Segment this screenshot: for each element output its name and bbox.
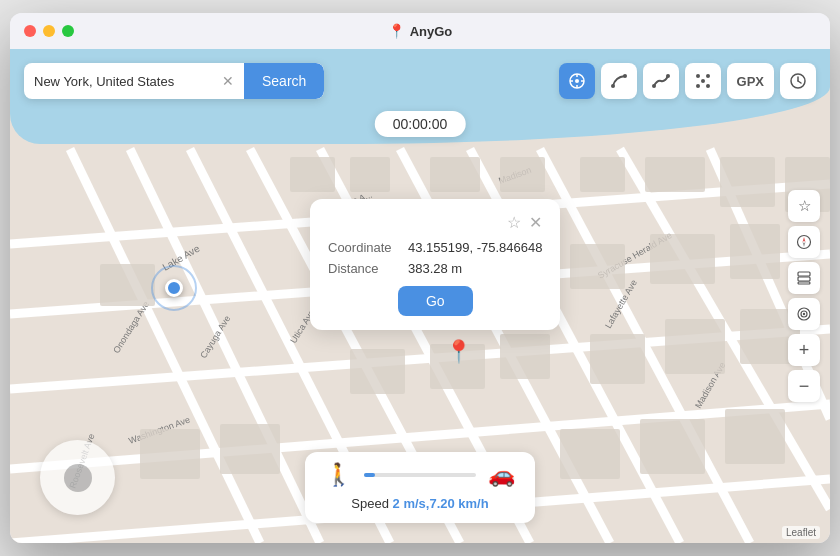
svg-point-60 — [696, 74, 700, 78]
svg-rect-29 — [500, 157, 545, 192]
search-input-text: New York, United States — [34, 74, 216, 89]
route1-icon — [610, 72, 628, 90]
svg-rect-71 — [798, 272, 810, 276]
multipoint-icon — [694, 72, 712, 90]
top-toolbar: New York, United States ✕ Search — [24, 63, 816, 99]
speed-slider-fill — [364, 473, 375, 477]
popup-star-icon[interactable]: ☆ — [507, 213, 521, 232]
speed-slider[interactable] — [364, 473, 476, 477]
svg-rect-39 — [350, 349, 405, 394]
svg-point-58 — [652, 84, 656, 88]
svg-marker-70 — [803, 242, 806, 247]
svg-rect-72 — [798, 277, 810, 281]
joystick[interactable] — [40, 440, 115, 515]
app-window: 📍 AnyGo Lake — [10, 13, 830, 543]
svg-rect-36 — [570, 244, 625, 289]
maximize-button[interactable] — [62, 25, 74, 37]
destination-pin: 📍 — [445, 339, 472, 365]
right-sidebar: ☆ — [788, 190, 820, 402]
marker-ring — [151, 265, 197, 311]
leaflet-label: Leaflet — [786, 527, 816, 538]
speed-value: 2 m/s,7.20 km/h — [393, 496, 489, 511]
map-container[interactable]: Lake Ave Onondaga Ave Cayuga Ave Utica A… — [10, 49, 830, 543]
clock-icon — [789, 72, 807, 90]
coordinate-label: Coordinate — [328, 240, 408, 255]
svg-rect-34 — [100, 264, 155, 306]
toolbar-right: GPX — [559, 63, 816, 99]
layers-icon — [796, 270, 812, 286]
timer-value: 00:00:00 — [393, 116, 448, 132]
target-icon — [796, 306, 812, 322]
speed-icons: 🚶 🚗 — [325, 462, 515, 488]
crosshair-tool-button[interactable] — [559, 63, 595, 99]
distance-row: Distance 383.28 m — [328, 261, 542, 276]
compass-sidebar-button[interactable] — [788, 226, 820, 258]
svg-line-67 — [798, 81, 801, 83]
svg-point-64 — [701, 79, 705, 83]
gpx-button[interactable]: GPX — [727, 63, 774, 99]
svg-rect-43 — [665, 319, 725, 374]
popup-close-icon[interactable]: ✕ — [529, 213, 542, 232]
svg-point-62 — [696, 84, 700, 88]
distance-label: Distance — [328, 261, 408, 276]
traffic-lights — [24, 25, 74, 37]
svg-rect-27 — [350, 157, 390, 192]
window-title: 📍 AnyGo — [388, 23, 453, 39]
coordinate-value: 43.155199, -75.846648 — [408, 240, 542, 255]
distance-value: 383.28 m — [408, 261, 462, 276]
speed-bar: 🚶 🚗 Speed 2 m/s,7.20 km/h — [305, 452, 535, 523]
target-sidebar-button[interactable] — [788, 298, 820, 330]
location-marker — [165, 279, 183, 297]
svg-marker-69 — [803, 237, 806, 242]
compass-icon — [796, 234, 812, 250]
speed-text: Speed 2 m/s,7.20 km/h — [325, 496, 515, 511]
layers-sidebar-button[interactable] — [788, 262, 820, 294]
svg-point-57 — [623, 74, 627, 78]
history-button[interactable] — [780, 63, 816, 99]
walk-icon: 🚶 — [325, 462, 352, 488]
svg-rect-49 — [725, 409, 785, 464]
popup-header: ☆ ✕ — [328, 213, 542, 232]
svg-point-59 — [666, 74, 670, 78]
timer-badge: 00:00:00 — [375, 111, 466, 137]
leaflet-badge: Leaflet — [782, 526, 820, 539]
svg-rect-30 — [580, 157, 625, 192]
route1-tool-button[interactable] — [601, 63, 637, 99]
svg-rect-45 — [140, 429, 200, 479]
multipoint-tool-button[interactable] — [685, 63, 721, 99]
go-button[interactable]: Go — [398, 286, 473, 316]
search-clear-icon[interactable]: ✕ — [222, 73, 234, 89]
minimize-button[interactable] — [43, 25, 55, 37]
close-button[interactable] — [24, 25, 36, 37]
svg-rect-42 — [590, 334, 645, 384]
svg-rect-31 — [645, 157, 705, 192]
svg-rect-47 — [560, 429, 620, 479]
route2-tool-button[interactable] — [643, 63, 679, 99]
app-name: AnyGo — [410, 24, 453, 39]
svg-rect-46 — [220, 424, 280, 474]
titlebar: 📍 AnyGo — [10, 13, 830, 49]
zoom-out-button[interactable]: − — [788, 370, 820, 402]
search-button[interactable]: Search — [244, 63, 324, 99]
svg-point-61 — [706, 74, 710, 78]
joystick-handle — [64, 464, 92, 492]
svg-point-55 — [575, 79, 579, 83]
crosshair-icon — [568, 72, 586, 90]
coordinate-row: Coordinate 43.155199, -75.846648 — [328, 240, 542, 255]
star-sidebar-button[interactable]: ☆ — [788, 190, 820, 222]
svg-point-63 — [706, 84, 710, 88]
svg-rect-28 — [430, 157, 480, 192]
svg-point-76 — [803, 313, 805, 315]
svg-rect-73 — [798, 282, 810, 284]
svg-rect-37 — [650, 234, 715, 284]
svg-rect-48 — [640, 419, 705, 474]
zoom-in-button[interactable]: + — [788, 334, 820, 366]
speed-label: Speed — [351, 496, 389, 511]
search-input-wrap: New York, United States ✕ — [24, 73, 244, 89]
pin-icon: 📍 — [388, 23, 405, 39]
svg-point-56 — [611, 84, 615, 88]
car-icon: 🚗 — [488, 462, 515, 488]
coordinate-popup: ☆ ✕ Coordinate 43.155199, -75.846648 Dis… — [310, 199, 560, 330]
svg-rect-41 — [500, 334, 550, 379]
search-bar: New York, United States ✕ Search — [24, 63, 324, 99]
